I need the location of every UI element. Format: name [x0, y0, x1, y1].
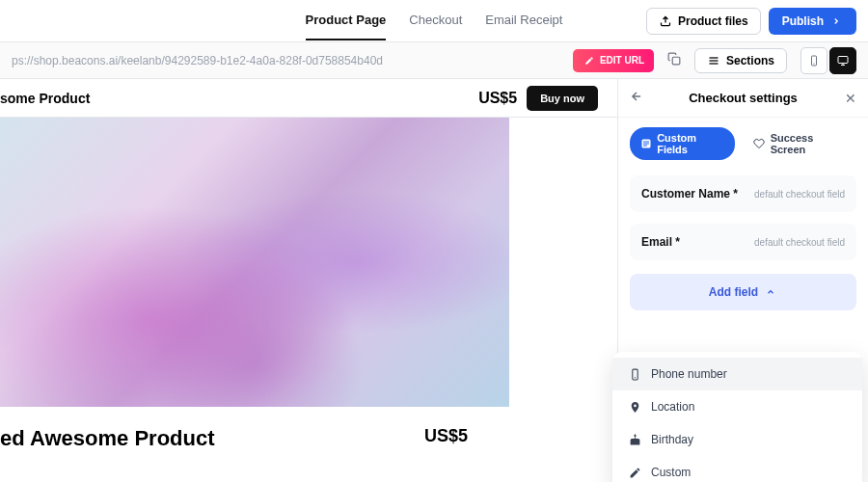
edit-url-label: EDIT URL	[600, 55, 644, 66]
publish-label: Publish	[782, 14, 824, 28]
url-bar: ps://shop.beacons.ai/keelanb/94292589-b1…	[0, 42, 868, 79]
device-desktop-button[interactable]	[829, 47, 856, 74]
checkout-settings-sidebar: Checkout settings ✕ Custom Fields Succes…	[617, 79, 868, 482]
tab-success-screen[interactable]: Success Screen	[743, 127, 856, 160]
custom-fields-label: Custom Fields	[657, 132, 725, 155]
field-label: Email *	[641, 235, 680, 249]
svg-rect-0	[672, 57, 680, 65]
field-hint: default checkout field	[754, 237, 845, 248]
form-icon	[639, 137, 652, 150]
dropdown-label: Custom	[651, 466, 691, 479]
close-icon: ✕	[845, 91, 856, 106]
copy-icon	[667, 52, 681, 66]
edit-icon	[628, 466, 641, 479]
dropdown-label: Phone number	[651, 367, 727, 381]
product-price-large: US$5	[424, 426, 617, 446]
add-field-label: Add field	[709, 285, 758, 299]
device-toggle	[800, 47, 856, 74]
dropdown-item-birthday[interactable]: Birthday	[612, 423, 862, 456]
svg-rect-11	[643, 144, 649, 145]
cake-icon	[628, 433, 641, 446]
product-price: US$5	[478, 90, 517, 107]
top-nav: Product Page Checkout Email Receipt Prod…	[0, 0, 868, 42]
field-customer-name[interactable]: Customer Name * default checkout field	[630, 175, 856, 212]
product-title-large: ed Awesome Product	[0, 426, 395, 451]
product-image	[0, 118, 509, 407]
dropdown-item-phone[interactable]: Phone number	[612, 358, 862, 390]
field-email[interactable]: Email * default checkout field	[630, 224, 856, 260]
dropdown-item-location[interactable]: Location	[612, 390, 862, 423]
preview-pane: some Product US$5 Buy now ed Awesome Pro…	[0, 79, 617, 482]
tab-product-page[interactable]: Product Page	[306, 1, 387, 40]
sections-label: Sections	[726, 54, 774, 67]
svg-rect-10	[643, 142, 649, 143]
add-field-dropdown: Phone number Location Birthday Custom	[612, 352, 862, 482]
tab-checkout[interactable]: Checkout	[409, 1, 462, 40]
dropdown-label: Location	[651, 400, 694, 414]
chevron-up-icon	[764, 285, 777, 299]
heart-icon	[752, 137, 765, 150]
product-files-label: Product files	[678, 14, 748, 28]
product-title-top: some Product	[0, 91, 90, 106]
phone-icon	[628, 367, 641, 381]
chevron-right-icon	[829, 14, 843, 28]
publish-button[interactable]: Publish	[769, 8, 856, 35]
product-files-button[interactable]: Product files	[646, 8, 761, 35]
edit-url-button[interactable]: EDIT URL	[573, 49, 654, 72]
menu-icon	[707, 54, 720, 67]
mobile-icon	[808, 55, 820, 67]
upload-icon	[659, 14, 672, 28]
nav-tabs: Product Page Checkout Email Receipt	[306, 1, 563, 40]
pencil-icon	[583, 54, 596, 67]
url-display: ps://shop.beacons.ai/keelanb/94292589-b1…	[12, 54, 563, 67]
copy-url-button[interactable]	[664, 48, 685, 72]
dropdown-item-custom[interactable]: Custom	[612, 456, 862, 482]
dropdown-label: Birthday	[651, 433, 693, 446]
sidebar-title: Checkout settings	[689, 91, 798, 105]
desktop-icon	[837, 55, 849, 67]
tab-custom-fields[interactable]: Custom Fields	[630, 127, 735, 160]
back-button[interactable]	[630, 90, 643, 106]
buy-now-button[interactable]: Buy now	[527, 86, 598, 111]
success-screen-label: Success Screen	[771, 132, 847, 155]
device-mobile-button[interactable]	[800, 47, 827, 74]
svg-rect-6	[838, 56, 848, 63]
add-field-button[interactable]: Add field	[630, 274, 856, 310]
svg-rect-12	[643, 146, 647, 147]
location-icon	[628, 400, 641, 414]
tab-email-receipt[interactable]: Email Receipt	[485, 1, 562, 40]
product-header: some Product US$5 Buy now	[0, 79, 617, 118]
field-hint: default checkout field	[754, 189, 845, 200]
arrow-left-icon	[630, 90, 643, 103]
field-label: Customer Name *	[641, 187, 738, 201]
sections-button[interactable]: Sections	[694, 48, 787, 73]
close-button[interactable]: ✕	[845, 91, 856, 106]
